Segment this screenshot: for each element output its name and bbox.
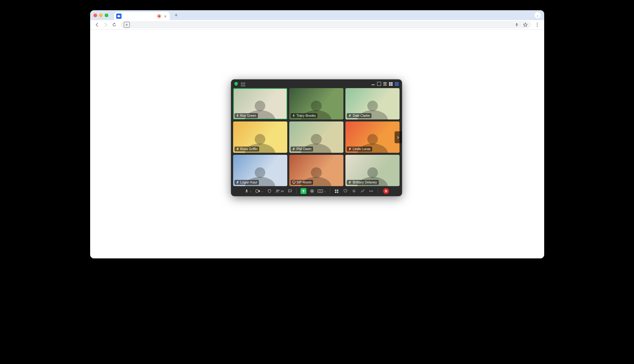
whiteboard-button[interactable] — [360, 188, 366, 194]
page-content: Roy GreenTracy BrooksDale ClarkeRosa Gri… — [90, 30, 544, 258]
participant-tile[interactable]: Rosa Griffin — [233, 121, 287, 153]
svg-rect-10 — [237, 115, 238, 116]
participant-name-tag: Phil Owen — [291, 147, 313, 151]
browser-menu-button[interactable] — [535, 22, 540, 27]
site-settings-icon[interactable]: ⚙ — [124, 22, 130, 28]
svg-rect-45 — [335, 191, 336, 193]
grid-3x3-view-button[interactable] — [395, 82, 399, 86]
participant-name: Dale Clarke — [353, 114, 370, 117]
omnibox[interactable]: ⚙ — [121, 21, 531, 28]
meeting-toolbar: ⌄ ⌄ 10 — [231, 186, 402, 196]
toolbar-separator — [378, 188, 378, 194]
participant-name: Brittany Delaney — [353, 181, 377, 184]
participant-tile[interactable]: SIP Room — [289, 155, 343, 186]
single-view-button[interactable] — [377, 82, 381, 86]
microphone-button[interactable]: ⌄ — [244, 188, 253, 194]
camera-button[interactable]: ⌄ — [255, 188, 264, 194]
participants-button[interactable]: 10 — [275, 188, 284, 194]
svg-point-5 — [537, 26, 538, 27]
settings-button[interactable] — [351, 188, 357, 194]
svg-rect-34 — [246, 189, 247, 191]
chat-button[interactable] — [287, 188, 293, 194]
bookmark-star-icon[interactable] — [523, 22, 528, 27]
microphone-muted-icon — [348, 181, 351, 184]
reactions-button[interactable] — [342, 188, 348, 194]
svg-rect-0 — [118, 15, 120, 17]
new-tab-button[interactable]: + — [173, 12, 180, 18]
tab-favicon-icon — [116, 14, 122, 19]
recording-indicator-icon — [157, 14, 161, 18]
svg-point-50 — [372, 191, 372, 191]
address-bar: ⚙ — [90, 20, 544, 30]
minimize-window-button[interactable] — [99, 14, 103, 17]
svg-rect-46 — [337, 191, 338, 193]
back-button[interactable] — [95, 22, 99, 27]
participant-tile[interactable]: Logan Kaur — [233, 155, 287, 186]
svg-point-40 — [311, 190, 313, 192]
participant-tile[interactable]: Roy Green — [233, 88, 287, 119]
participant-tile[interactable]: Phil Owen — [289, 121, 343, 153]
security-button[interactable] — [266, 188, 272, 194]
voice-search-icon[interactable] — [514, 22, 519, 27]
close-tab-button[interactable]: × — [163, 14, 168, 18]
meeting-titlebar — [231, 80, 402, 88]
svg-point-37 — [276, 190, 278, 191]
tabs-dropdown-button[interactable]: ⌄ — [534, 12, 541, 18]
participant-tile[interactable]: Tracy Brooks — [289, 88, 343, 119]
participant-count: 10 — [281, 190, 284, 193]
participant-gallery: Roy GreenTracy BrooksDale ClarkeRosa Gri… — [231, 88, 402, 186]
microphone-muted-icon — [348, 114, 351, 117]
share-screen-button[interactable] — [300, 188, 306, 194]
participant-tile[interactable]: Brittany Delaney — [345, 155, 400, 186]
gallery-next-button[interactable]: › — [395, 131, 402, 143]
participant-name-tag: Tracy Brooks — [291, 113, 318, 118]
more-button[interactable] — [368, 188, 374, 194]
svg-rect-36 — [256, 190, 258, 192]
microphone-muted-icon — [348, 148, 351, 150]
room-system-icon — [292, 181, 295, 184]
close-window-button[interactable] — [93, 14, 97, 17]
participant-name-tag: Linda Lucas — [347, 147, 372, 151]
chevron-down-icon[interactable]: ⌄ — [250, 190, 252, 193]
chevron-down-icon[interactable]: ⌄ — [324, 190, 326, 193]
reload-button[interactable] — [112, 22, 117, 27]
svg-rect-9 — [243, 85, 245, 86]
svg-rect-8 — [241, 85, 242, 86]
participant-name: Rosa Griffin — [240, 147, 258, 151]
participant-name-tag: Brittany Delaney — [347, 180, 378, 185]
encryption-shield-icon[interactable] — [234, 82, 238, 86]
participant-name: Linda Lucas — [353, 147, 370, 151]
record-button[interactable] — [309, 188, 315, 194]
grid-2x2-view-button[interactable] — [389, 82, 393, 86]
active-tab[interactable]: × — [114, 12, 170, 20]
video-meeting-window: Roy GreenTracy BrooksDale ClarkeRosa Gri… — [231, 80, 402, 196]
participant-name-tag: SIP Room — [291, 180, 313, 185]
participant-name-tag: Roy Green — [234, 113, 258, 118]
toolbar-separator — [297, 188, 297, 194]
participant-name: SIP Room — [297, 181, 311, 184]
svg-rect-29 — [292, 181, 295, 183]
svg-rect-43 — [335, 189, 336, 191]
end-call-button[interactable] — [383, 188, 389, 194]
gallery-apps-icon[interactable] — [241, 82, 245, 86]
closed-captions-button[interactable]: CC ⌄ — [318, 188, 326, 194]
svg-point-48 — [369, 191, 370, 191]
tab-bar: × + ⌄ — [90, 10, 544, 20]
microphone-muted-icon — [236, 148, 239, 150]
participant-tile[interactable]: Linda Lucas — [345, 121, 400, 153]
participant-name: Logan Kaur — [240, 181, 258, 184]
svg-point-38 — [278, 190, 279, 191]
forward-button[interactable] — [103, 22, 108, 27]
chevron-down-icon[interactable]: ⌄ — [261, 190, 264, 193]
participant-name: Phil Owen — [297, 147, 312, 151]
minimize-meeting-button[interactable] — [371, 82, 375, 86]
apps-button[interactable] — [334, 188, 340, 194]
participant-name-tag: Dale Clarke — [347, 113, 371, 118]
svg-rect-6 — [241, 83, 242, 84]
svg-text:CC: CC — [319, 190, 322, 192]
participant-tile[interactable]: Dale Clarke — [345, 88, 400, 119]
maximize-window-button[interactable] — [105, 14, 108, 17]
row-view-button[interactable] — [383, 82, 387, 86]
microphone-muted-icon — [292, 148, 295, 150]
svg-rect-44 — [337, 189, 338, 191]
